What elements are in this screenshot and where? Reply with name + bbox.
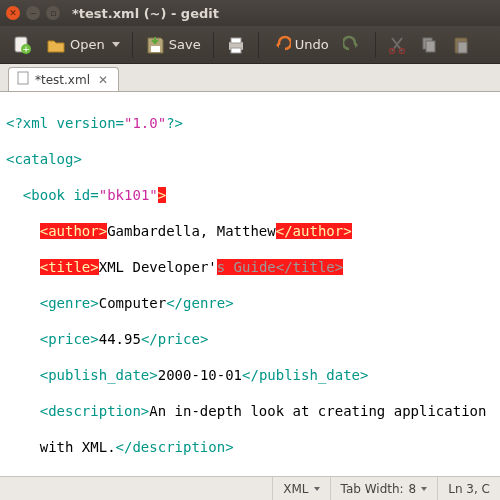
redo-button[interactable]: [337, 32, 369, 58]
copy-icon: [420, 35, 438, 55]
separator: [375, 32, 376, 58]
maximize-icon[interactable]: ▫: [46, 6, 60, 20]
save-label: Save: [169, 37, 201, 52]
print-icon: [226, 35, 246, 55]
svg-rect-5: [231, 38, 241, 43]
undo-button[interactable]: Undo: [265, 32, 335, 58]
paste-icon: [452, 35, 470, 55]
undo-label: Undo: [295, 37, 329, 52]
code-line: <?xml version="1.0"?>: [6, 114, 494, 132]
open-label: Open: [70, 37, 105, 52]
code-line: with XML.</description>: [6, 438, 494, 456]
folder-open-icon: [46, 35, 66, 55]
window-title: *test.xml (~) - gedit: [72, 6, 219, 21]
code-line: <price>44.95</price>: [6, 330, 494, 348]
new-button[interactable]: +: [6, 32, 38, 58]
svg-rect-13: [18, 72, 28, 84]
save-button[interactable]: Save: [139, 32, 207, 58]
paste-button[interactable]: [446, 32, 476, 58]
separator: [213, 32, 214, 58]
separator: [258, 32, 259, 58]
code-line: <catalog>: [6, 150, 494, 168]
tabwidth-value: 8: [409, 482, 417, 496]
svg-text:+: +: [22, 44, 30, 54]
cut-button[interactable]: [382, 32, 412, 58]
svg-rect-3: [151, 46, 160, 52]
cursor-label: Ln 3, C: [448, 482, 490, 496]
code-line: <author>Gambardella, Matthew</author>: [6, 222, 494, 240]
status-language-label: XML: [283, 482, 308, 496]
toolbar: + Open Save Undo: [0, 26, 500, 64]
open-button[interactable]: Open: [40, 32, 126, 58]
window-titlebar: ✕ ‒ ▫ *test.xml (~) - gedit: [0, 0, 500, 26]
svg-rect-12: [458, 42, 467, 53]
undo-icon: [271, 35, 291, 55]
minimize-icon[interactable]: ‒: [26, 6, 40, 20]
language-selector[interactable]: XML: [272, 477, 329, 500]
tab-file[interactable]: *test.xml ✕: [8, 67, 119, 91]
code-line: <publish_date>2000-10-01</publish_date>: [6, 366, 494, 384]
code-line: <title>XML Developer's Guide</title>: [6, 258, 494, 276]
print-button[interactable]: [220, 32, 252, 58]
svg-rect-6: [231, 48, 241, 53]
file-icon: [17, 71, 29, 88]
code-line: <book id="bk101">: [6, 186, 494, 204]
chevron-down-icon: [421, 487, 427, 491]
copy-button[interactable]: [414, 32, 444, 58]
tab-bar: *test.xml ✕: [0, 64, 500, 92]
close-icon[interactable]: ✕: [96, 73, 110, 87]
close-icon[interactable]: ✕: [6, 6, 20, 20]
tabwidth-selector[interactable]: Tab Width: 8: [330, 477, 438, 500]
chevron-down-icon: [314, 487, 320, 491]
tab-label: *test.xml: [35, 73, 90, 87]
save-icon: [145, 35, 165, 55]
text-editor[interactable]: <?xml version="1.0"?> <catalog> <book id…: [0, 92, 500, 472]
code-line: <description>An in-depth look at creatin…: [6, 402, 494, 420]
tabwidth-label: Tab Width:: [341, 482, 404, 496]
code-line: <genre>Computer</genre>: [6, 294, 494, 312]
status-bar: XML Tab Width: 8 Ln 3, C: [0, 476, 500, 500]
separator: [132, 32, 133, 58]
cursor-position: Ln 3, C: [437, 477, 500, 500]
redo-icon: [343, 35, 363, 55]
svg-rect-10: [426, 41, 435, 52]
new-file-icon: +: [12, 35, 32, 55]
chevron-down-icon[interactable]: [112, 42, 120, 47]
cut-icon: [388, 35, 406, 55]
